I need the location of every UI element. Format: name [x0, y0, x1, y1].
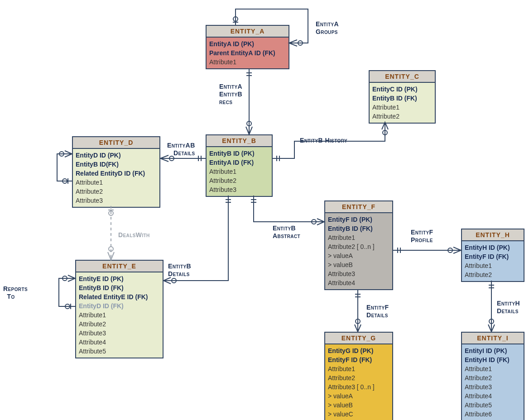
entity-g-key: EntityG ID (PK)	[328, 346, 390, 355]
entity-d-title: ENTITY_D	[73, 137, 159, 149]
entity-e-attr: Attribute3	[79, 329, 160, 338]
entity-f: ENTITY_F EntityF ID (PK) EntityB ID (FK)…	[324, 200, 393, 290]
entity-e-key: Related EntityE ID (FK)	[79, 292, 160, 301]
entity-i-title: ENTITY_I	[462, 333, 524, 344]
entity-e-optkey: EntityD ID (FK)	[79, 301, 160, 310]
entity-c-attr: Attribute2	[372, 112, 432, 121]
entity-d-attr: Attribute2	[76, 187, 157, 196]
svg-point-41	[489, 319, 494, 324]
entity-h-attr: Attribute2	[465, 270, 521, 279]
entity-g: ENTITY_G EntityG ID (PK) EntityF ID (FK)…	[324, 332, 393, 420]
er-diagram-canvas: ENTITY_A EntityA ID (PK) Parent EntityA …	[0, 0, 529, 420]
label-reports-to: Reports To	[3, 285, 28, 301]
entity-i-attr: Attribute6	[465, 410, 521, 419]
entity-i-key: EntityI ID (PK)	[465, 346, 521, 355]
svg-point-25	[109, 211, 113, 215]
entity-e-attr: Attribute2	[79, 320, 160, 329]
entity-g-attr: > valueC	[328, 410, 390, 419]
entity-i-attr: Attribute3	[465, 382, 521, 391]
label-dealswith: DealsWith	[118, 231, 150, 239]
entity-i-attr: Attribute4	[465, 391, 521, 401]
entity-f-attr: Attribute2 [ 0..n ]	[328, 242, 390, 251]
entity-a-title: ENTITY_A	[207, 26, 289, 38]
entity-f-attr: Attribute1	[328, 233, 390, 242]
entity-i-attr: Attribute5	[465, 401, 521, 410]
svg-point-9	[383, 130, 387, 135]
entity-e-attr: Attribute4	[79, 338, 160, 347]
entity-f-attr: Attribute3	[328, 269, 390, 278]
svg-point-19	[172, 278, 176, 283]
entity-b-title: ENTITY_B	[207, 135, 272, 147]
entity-e-key: EntityE ID (PK)	[79, 274, 160, 283]
entity-i-key: EntityH ID (FK)	[465, 355, 521, 364]
entity-a-attr: Attribute1	[209, 57, 286, 67]
label-entityb-history: EntityB History	[300, 137, 347, 144]
label-entityb-abstract: EntityBAbstract	[273, 224, 300, 240]
entity-c-title: ENTITY_C	[370, 71, 435, 83]
entity-a-key: Parent EntityA ID (FK)	[209, 48, 286, 57]
entity-e-title: ENTITY_E	[76, 261, 163, 272]
svg-point-6	[247, 121, 251, 126]
entity-h-attr: Attribute1	[465, 261, 521, 270]
entity-g-attr: > valueB	[328, 401, 390, 410]
entity-d-attr: Attribute3	[76, 196, 157, 205]
svg-point-2	[298, 41, 303, 45]
entity-b: ENTITY_B EntityB ID (PK) EntityA ID (FK)…	[206, 134, 273, 197]
svg-point-16	[63, 179, 67, 183]
entity-b-attr: Attribute1	[209, 167, 269, 176]
entity-c-attr: Attribute1	[372, 103, 432, 112]
label-entityf-details: EntityFDetails	[366, 304, 389, 319]
entity-g-attr: Attribute1	[328, 364, 390, 373]
entity-h-key: EntityH ID (PK)	[465, 243, 521, 252]
entity-g-key: EntityF ID (FK)	[328, 355, 390, 364]
entity-h-title: ENTITY_H	[462, 229, 524, 241]
entity-g-attr: Attribute3 [ 0..n ]	[328, 382, 390, 391]
entity-i-attr: Attribute1	[465, 364, 521, 373]
entity-a-key: EntityA ID (PK)	[209, 39, 286, 48]
entity-f-attr: Attribute4	[328, 278, 390, 287]
entity-d-attr: Attribute1	[76, 178, 157, 187]
entity-g-attr: Attribute2	[328, 373, 390, 382]
entity-d-key: EntityB ID(FK)	[76, 160, 157, 169]
entity-g-attr: > valueA	[328, 391, 390, 401]
entity-b-attr: Attribute3	[209, 185, 269, 194]
entity-b-attr: Attribute2	[209, 176, 269, 185]
entity-i: ENTITY_I EntityI ID (PK) EntityH ID (FK)…	[461, 332, 524, 420]
label-entityb-details: EntityBDetails	[168, 262, 191, 278]
entity-c-key: EntityB ID (FK)	[372, 94, 432, 103]
entity-f-attr: > valueB	[328, 260, 390, 269]
entity-f-attr: > valueA	[328, 251, 390, 260]
svg-point-26	[109, 247, 113, 251]
label-entityab-details: EntityABDetails	[167, 142, 195, 157]
entity-d-key: Related EntityD ID (FK)	[76, 169, 157, 178]
entity-f-key: EntityB ID (FK)	[328, 224, 390, 233]
entity-d-key: EntityD ID (PK)	[76, 151, 157, 160]
svg-point-29	[312, 220, 316, 224]
label-entitya-groups: EntityAGroups	[316, 20, 339, 36]
label-entityf-profile: EntityFProfile	[411, 229, 433, 244]
label-entitya-entityb-recs: EntityAEntityBrecs	[219, 83, 242, 106]
entity-c-key: EntityC ID (PK)	[372, 85, 432, 94]
entity-d: ENTITY_D EntityD ID (PK) EntityB ID(FK) …	[72, 136, 160, 208]
svg-point-37	[356, 319, 360, 324]
entity-i-attr: Attribute2	[465, 373, 521, 382]
svg-point-22	[65, 304, 70, 309]
entity-h-key: EntityF ID (FK)	[465, 252, 521, 261]
entity-a: ENTITY_A EntityA ID (PK) Parent EntityA …	[206, 25, 289, 69]
entity-c: ENTITY_C EntityC ID (PK) EntityB ID (FK)…	[369, 70, 436, 124]
label-entityh-details: EntityHDetails	[497, 300, 520, 315]
entity-e: ENTITY_E EntityE ID (PK) EntityB ID (FK)…	[75, 260, 164, 358]
entity-h: ENTITY_H EntityH ID (PK) EntityF ID (FK)…	[461, 229, 524, 282]
entity-e-key: EntityB ID (FK)	[79, 283, 160, 292]
svg-point-33	[448, 248, 452, 253]
entity-e-attr: Attribute1	[79, 310, 160, 320]
entity-b-key: EntityB ID (PK)	[209, 149, 269, 158]
svg-point-14	[59, 152, 64, 156]
svg-point-1	[233, 17, 238, 21]
entity-e-attr: Attribute5	[79, 347, 160, 356]
svg-point-20	[63, 276, 67, 281]
entity-f-key: EntityF ID (PK)	[328, 215, 390, 224]
entity-g-title: ENTITY_G	[325, 333, 392, 344]
entity-f-title: ENTITY_F	[325, 201, 392, 213]
entity-b-key: EntityA ID (FK)	[209, 158, 269, 167]
